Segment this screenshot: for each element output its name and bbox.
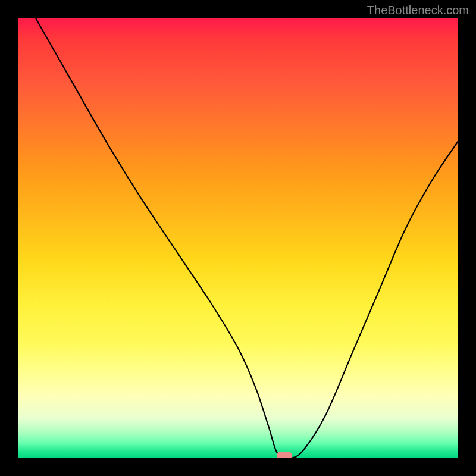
- optimal-marker: [277, 452, 292, 458]
- watermark-text: TheBottleneck.com: [367, 4, 469, 17]
- curve-plot: [18, 18, 458, 458]
- chart-container: [18, 18, 458, 458]
